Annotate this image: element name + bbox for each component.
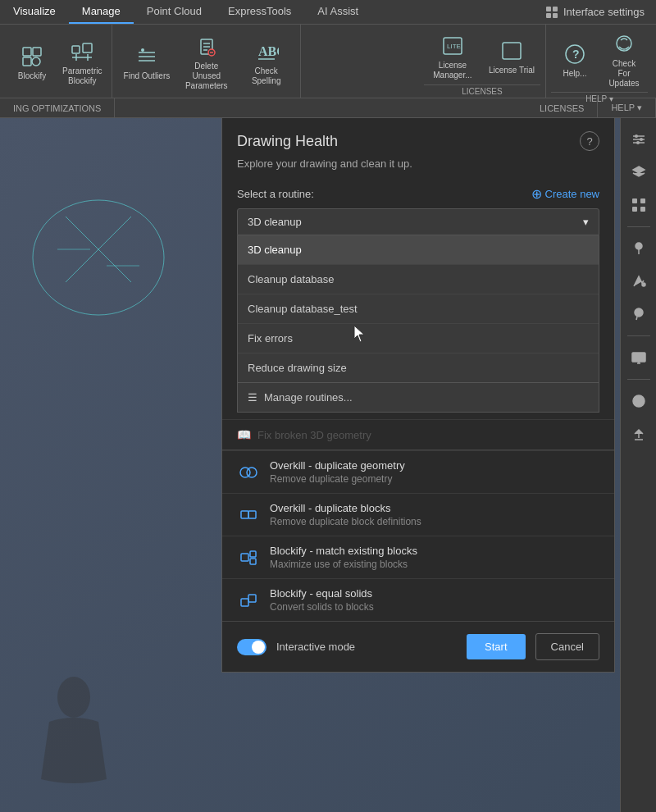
right-toolbar — [620, 118, 656, 812]
nav-tab-point-cloud[interactable]: Point Cloud — [134, 0, 215, 24]
license-trial-label: License Trial — [489, 66, 535, 75]
create-new-label: Create new — [545, 188, 599, 200]
optimizations-section-label: ING OPTIMIZATIONS — [0, 98, 115, 117]
ribbon-section-help: ? Help... Check For Updates HELP ▾ — [546, 25, 653, 98]
dropdown-item-fix-errors[interactable]: Fix errors — [238, 324, 599, 354]
routine-item-blockify-solids[interactable]: Blockify - equal solids Convert solids t… — [222, 578, 614, 621]
svg-rect-5 — [33, 48, 41, 56]
start-button[interactable]: Start — [467, 634, 525, 659]
panel-title: Drawing Health — [237, 133, 338, 150]
delete-unused-label: Delete Unused Parameters — [182, 62, 230, 91]
help-bar-label[interactable]: HELP ▾ — [598, 98, 656, 117]
canvas-drawing — [16, 151, 213, 331]
toggle-knob — [252, 641, 265, 654]
dropdown-item-3d-cleanup[interactable]: 3D cleanup — [238, 235, 599, 265]
ribbon-section-blockify: Blockify Parametric Blockify — [3, 25, 112, 98]
licenses-bar-label: LICENSES — [526, 98, 598, 117]
pin-icon — [631, 240, 647, 257]
routine-blockify-match-text: Blockify - match existing blocks Maximiz… — [270, 545, 599, 570]
display-tool-button[interactable] — [624, 343, 654, 372]
check-spelling-button[interactable]: ABC Check Spelling — [237, 28, 295, 96]
ribbon-toolbar: Blockify Parametric Blockify — [0, 25, 656, 98]
svg-rect-0 — [546, 7, 551, 11]
dropdown-item-reduce-drawing[interactable]: Reduce drawing size — [238, 354, 599, 383]
svg-text:ABC: ABC — [258, 44, 279, 58]
chevron-down-icon: ▾ — [583, 216, 589, 228]
upload-tool-button[interactable] — [624, 386, 654, 416]
routine-item-overkill-geo[interactable]: Overkill - duplicate geometry Remove dup… — [222, 450, 614, 493]
paint-tool-button[interactable] — [624, 267, 654, 296]
find-outliers-button[interactable]: Find Outliers — [117, 28, 175, 96]
dropdown-selected[interactable]: 3D cleanup ▾ — [237, 208, 599, 235]
canvas-figure — [0, 664, 148, 812]
nav-tab-manage[interactable]: Manage — [69, 0, 134, 24]
ribbon-section-licenses: LITE License Manager... License Trial LI… — [419, 25, 546, 98]
main-area: Drawing Health ? Explore your drawing an… — [0, 118, 656, 812]
plus-icon: ⊕ — [531, 186, 542, 202]
svg-rect-1 — [553, 7, 558, 11]
find-outliers-icon — [134, 43, 160, 70]
create-new-button[interactable]: ⊕ Create new — [531, 186, 599, 202]
svg-rect-8 — [72, 46, 80, 53]
blockify-solids-icon — [237, 589, 260, 612]
svg-point-16 — [141, 48, 144, 52]
blockify-button[interactable]: Blockify — [8, 28, 56, 96]
help-label: Help... — [563, 69, 587, 79]
delete-unused-button[interactable]: Delete Unused Parameters — [177, 28, 235, 96]
paint-icon — [631, 273, 647, 290]
fix-broken-label: Fix broken 3D geometry — [257, 429, 371, 441]
nav-tab-expresstools[interactable]: ExpressTools — [215, 0, 304, 24]
routine-overkill-geo-desc: Remove duplicate geometry — [270, 473, 599, 485]
svg-marker-52 — [633, 167, 645, 173]
nav-tab-visualize[interactable]: Visualize — [0, 0, 69, 24]
layers-icon — [631, 164, 647, 180]
routine-overkill-geo-text: Overkill - duplicate geometry Remove dup… — [270, 459, 599, 485]
check-updates-icon — [611, 31, 637, 57]
svg-rect-9 — [83, 43, 92, 52]
delete-unused-icon — [194, 34, 220, 60]
cancel-button[interactable]: Cancel — [535, 633, 599, 660]
overkill-blocks-icon — [237, 504, 260, 527]
svg-rect-42 — [250, 551, 256, 557]
license-manager-icon: LITE — [440, 33, 466, 59]
check-updates-button[interactable]: Check For Updates — [600, 28, 648, 92]
dropdown-item-cleanup-database[interactable]: Cleanup database — [238, 265, 599, 294]
interactive-mode-toggle[interactable] — [237, 639, 266, 655]
export-tool-button[interactable] — [624, 419, 654, 449]
svg-point-60 — [635, 308, 643, 317]
check-updates-label: Check For Updates — [605, 59, 643, 89]
toolbar-divider-2 — [627, 335, 650, 336]
help-button[interactable]: ? Help... — [551, 28, 599, 92]
sliders-tool-button[interactable] — [624, 125, 654, 154]
svg-rect-55 — [632, 207, 637, 212]
pin-tool-button[interactable] — [624, 234, 654, 263]
fix-broken-item: 📖 Fix broken 3D geometry — [222, 419, 614, 450]
nav-tab-ai-assist[interactable]: AI Assist — [304, 0, 371, 24]
overkill-geo-icon — [237, 461, 260, 484]
blockify-icon — [19, 43, 45, 70]
routine-item-overkill-blocks[interactable]: Overkill - duplicate blocks Remove dupli… — [222, 493, 614, 536]
routine-blockify-solids-name: Blockify - equal solids — [270, 587, 599, 600]
license-trial-button[interactable]: License Trial — [483, 28, 540, 84]
manage-routines-item[interactable]: ☰ Manage routines... — [238, 383, 599, 412]
display-icon — [631, 349, 647, 366]
routine-blockify-match-desc: Maximize use of existing blocks — [270, 559, 599, 570]
panel-help-button[interactable]: ? — [580, 131, 599, 151]
toolbar-divider-3 — [627, 379, 650, 380]
find-outliers-label: Find Outliers — [124, 71, 171, 81]
interface-settings-button[interactable]: Interface settings — [534, 0, 656, 24]
parametric-blockify-button[interactable]: Parametric Blockify — [57, 28, 107, 96]
svg-rect-54 — [640, 198, 645, 203]
svg-rect-45 — [248, 595, 256, 602]
manage-routines-label: Manage routines... — [264, 391, 353, 404]
svg-text:?: ? — [572, 48, 580, 61]
balloon-tool-button[interactable] — [624, 299, 654, 329]
dropdown-item-cleanup-database-test[interactable]: Cleanup database_test — [238, 294, 599, 324]
layers-tool-button[interactable] — [624, 157, 654, 187]
routine-item-blockify-match[interactable]: Blockify - match existing blocks Maximiz… — [222, 536, 614, 578]
grid-tool-button[interactable] — [624, 190, 654, 220]
help-icon: ? — [562, 41, 588, 67]
svg-point-51 — [636, 141, 640, 144]
balloon-icon — [631, 306, 647, 322]
license-manager-button[interactable]: LITE License Manager... — [424, 28, 481, 84]
